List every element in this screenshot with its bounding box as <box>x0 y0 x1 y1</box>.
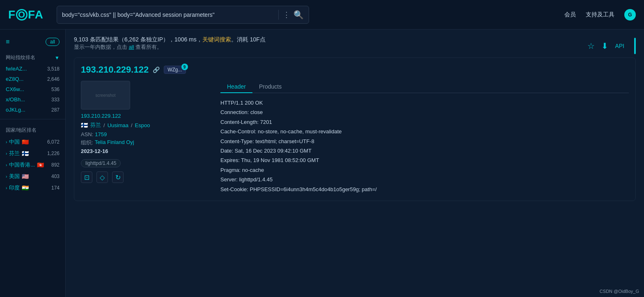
search-divider <box>278 10 279 20</box>
copy-icon[interactable]: ⊡ <box>81 171 92 183</box>
tab-header[interactable]: Header <box>220 81 252 93</box>
star-icon[interactable]: ☆ <box>587 41 595 51</box>
card-asn-row: ASN: 1759 <box>81 131 212 137</box>
fingerprint-item-3[interactable]: x/OBh... 333 <box>0 94 65 105</box>
http-line-2: Content-Length: 7201 <box>220 117 629 127</box>
all-data-link[interactable]: all <box>129 44 134 50</box>
flag-india: 🇮🇳 <box>22 185 29 191</box>
download-icon[interactable]: ⬇ <box>601 41 608 51</box>
card-location: 🇫🇮 芬兰 / Uusimaa / Espoo <box>81 121 212 129</box>
api-link[interactable]: API <box>615 43 624 49</box>
card-body: screenshot 193.210.229.122 🇫🇮 芬兰 / Uusim… <box>81 81 629 194</box>
sidebar: ≡ all 网站指纹排名 ▼ fwIeAZ... 3,518 eZ8Q... 2… <box>0 30 66 297</box>
card-country-flag: 🇫🇮 <box>81 122 88 128</box>
chevron-icon-0: › <box>6 140 7 144</box>
search-input[interactable] <box>62 11 275 18</box>
result-header-row: 9,103 条匹配结果（6,262 条独立IP），1006 ms，关键词搜索。消… <box>74 36 636 54</box>
share-icon[interactable]: ◇ <box>96 171 108 183</box>
topnav: F O FA ⋮ 🔍 会员 支持及工具 G <box>0 0 644 30</box>
fingerprint-item-1[interactable]: eZ8Q... 2,646 <box>0 74 65 84</box>
card-country-link[interactable]: 芬兰 <box>90 121 101 129</box>
card-tag[interactable]: WZg... 9 <box>164 66 186 74</box>
flag-china: 🇨🇳 <box>22 139 29 145</box>
link-icon: 🔗 <box>153 66 160 73</box>
result-note-line2: 显示一年内数据，点击 all 查看所有。 <box>74 43 587 51</box>
nav-tools-link[interactable]: 支持及工具 <box>586 11 614 18</box>
card-org-value[interactable]: Telia Finland Oyj <box>95 139 134 146</box>
logo: F O FA <box>8 8 44 21</box>
card-server-badge: lighttpd/1.4.45 <box>81 156 212 167</box>
screenshot-placeholder: screenshot <box>96 93 116 98</box>
country-item-0[interactable]: › 中国 🇨🇳 6,072 <box>0 136 65 148</box>
more-options-icon[interactable]: ⋮ <box>283 10 290 19</box>
logo-f-letter: F <box>8 8 16 21</box>
http-content: HTTP/1.1 200 OK Connection: close Conten… <box>220 98 629 194</box>
http-line-3: Cache-Control: no-store, no-cache, must-… <box>220 127 629 136</box>
chevron-icon-4: › <box>6 186 7 190</box>
fingerprint-sort-icon[interactable]: ▼ <box>55 55 60 61</box>
country-item-3[interactable]: › 美国 🇺🇸 403 <box>0 171 65 182</box>
card-tabs: Header Products <box>220 81 629 93</box>
result-card: 193.210.229.122 🔗 WZg... 9 screenshot 19… <box>74 57 636 201</box>
chevron-icon-3: › <box>6 174 7 179</box>
watermark: CSDN @OidBoy_G <box>600 289 639 294</box>
http-line-1: Connection: close <box>220 107 629 117</box>
all-badge[interactable]: all <box>46 38 60 46</box>
search-bar: ⋮ 🔍 <box>57 6 309 24</box>
accent-bar <box>634 38 636 54</box>
sidebar-filter-row: ≡ all <box>0 38 65 51</box>
result-summary: 9,103 条匹配结果（6,262 条独立IP），1006 ms，关键词搜索。消… <box>74 36 587 51</box>
card-right: Header Products HTTP/1.1 200 OK Connecti… <box>220 81 629 194</box>
card-left: screenshot 193.210.229.122 🇫🇮 芬兰 / Uusim… <box>81 81 212 194</box>
http-line-5: Date: Sat, 16 Dec 2023 09:42:10 GMT <box>220 146 629 155</box>
fingerprint-item-2[interactable]: CX6w... 536 <box>0 84 65 94</box>
flag-us: 🇺🇸 <box>22 173 29 180</box>
filter-icon[interactable]: ≡ <box>6 38 9 46</box>
tag-count-badge: 9 <box>181 64 188 70</box>
http-line-4: Content-Type: text/html; charset=UTF-8 <box>220 137 629 146</box>
card-region-link[interactable]: Uusimaa <box>108 122 128 128</box>
fingerprint-item-0[interactable]: fwIeAZ... 3,518 <box>0 64 65 74</box>
flag-finland: 🇫🇮 <box>22 150 29 157</box>
card-org-row: 组织: Telia Finland Oyj <box>81 139 212 146</box>
card-screenshot: screenshot <box>81 81 130 110</box>
http-line-6: Expires: Thu, 19 Nov 1981 08:52:00 GMT <box>220 155 629 165</box>
http-line-8: Server: lighttpd/1.4.45 <box>220 175 629 184</box>
logo-fa-text: FA <box>28 8 44 21</box>
nav-links: 会员 支持及工具 G <box>564 9 636 21</box>
country-item-1[interactable]: › 芬兰 🇫🇮 1,226 <box>0 148 65 159</box>
result-actions: ☆ ⬇ API <box>587 36 636 54</box>
search-submit-icon[interactable]: 🔍 <box>293 10 304 20</box>
refresh-icon[interactable]: ↻ <box>112 171 124 183</box>
card-actions: ⊡ ◇ ↻ <box>81 171 212 183</box>
card-date-row: 2023-12-16 <box>81 148 212 154</box>
flag-hk: 🇭🇰 <box>37 162 44 168</box>
keyword-search-link[interactable]: 关键词搜索 <box>202 36 231 43</box>
country-item-2[interactable]: › 中国香港... 🇭🇰 892 <box>0 159 65 171</box>
http-line-7: Pragma: no-cache <box>220 165 629 175</box>
card-city-link[interactable]: Espoo <box>135 122 150 128</box>
tab-products[interactable]: Products <box>252 81 288 93</box>
card-ip-link[interactable]: 193.210.229.122 <box>81 113 212 119</box>
chevron-icon-2: › <box>6 163 7 167</box>
card-asn-value[interactable]: 1759 <box>95 131 107 137</box>
server-badge-text: lighttpd/1.4.45 <box>81 159 121 167</box>
main-content: 9,103 条匹配结果（6,262 条独立IP），1006 ms，关键词搜索。消… <box>66 30 644 297</box>
avatar[interactable]: G <box>624 9 636 21</box>
card-ip-address[interactable]: 193.210.229.122 <box>81 64 149 75</box>
main-layout: ≡ all 网站指纹排名 ▼ fwIeAZ... 3,518 eZ8Q... 2… <box>0 30 644 297</box>
nav-membership-link[interactable]: 会员 <box>564 11 576 18</box>
chevron-icon-1: › <box>6 151 7 156</box>
card-header: 193.210.229.122 🔗 WZg... 9 <box>81 64 629 75</box>
fingerprint-item-4[interactable]: oJKLg... 287 <box>0 105 65 115</box>
card-date: 2023-12-16 <box>81 148 108 154</box>
http-line-0: HTTP/1.1 200 OK <box>220 98 629 107</box>
country-item-4[interactable]: › 印度 🇮🇳 174 <box>0 182 65 194</box>
country-section-title: 国家/地区排名 <box>0 123 65 136</box>
result-count-line1: 9,103 条匹配结果（6,262 条独立IP），1006 ms，关键词搜索。消… <box>74 36 587 43</box>
logo-circle: O <box>16 9 28 21</box>
fingerprint-section-title: 网站指纹排名 ▼ <box>0 51 65 64</box>
http-line-9: Set-Cookie: PHPSESSID=6i4unn3h4m5c4do4b1… <box>220 185 629 194</box>
